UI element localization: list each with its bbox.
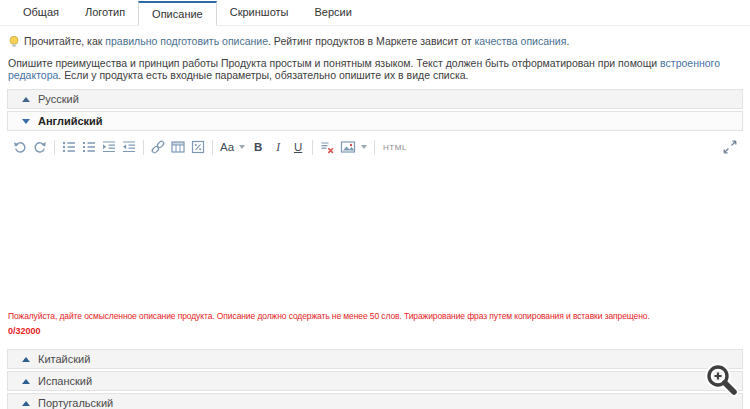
section-portuguese[interactable]: Португальский <box>7 393 743 409</box>
html-source-button[interactable]: HTML <box>383 143 407 152</box>
rich-text-editor: Aa B I U HTML Пожалуйста, дайте осмыслен… <box>0 136 750 336</box>
insert-image-dropdown[interactable] <box>337 137 370 157</box>
editor-content-area[interactable] <box>0 158 750 308</box>
unordered-list-icon[interactable] <box>59 137 79 157</box>
collapse-up-icon <box>22 97 30 102</box>
section-english[interactable]: Английский <box>7 111 743 131</box>
tab-screenshots[interactable]: Скриншоты <box>217 0 302 25</box>
fullscreen-icon[interactable] <box>720 137 740 157</box>
toolbar-separator <box>374 140 375 155</box>
toolbar-separator <box>212 140 213 155</box>
toolbar-separator <box>143 140 144 155</box>
tip-line: Прочитайте, как правильно подготовить оп… <box>8 35 742 48</box>
tab-versions[interactable]: Версии <box>301 0 364 25</box>
section-spanish[interactable]: Испанский <box>7 371 743 391</box>
link-prepare-description[interactable]: правильно подготовить описание <box>105 35 268 47</box>
underline-button[interactable]: U <box>288 137 308 157</box>
collapse-up-icon <box>22 379 30 384</box>
chevron-down-icon <box>361 145 367 149</box>
tab-bar: Общая Логотип Описание Скриншоты Версии <box>0 0 750 26</box>
section-spanish-label: Испанский <box>38 375 92 387</box>
italic-button[interactable]: I <box>268 137 288 157</box>
section-russian-label: Русский <box>38 93 79 105</box>
tip-text: Прочитайте, как правильно подготовить оп… <box>24 35 569 48</box>
tab-logo[interactable]: Логотип <box>72 0 138 25</box>
expand-down-icon <box>22 119 30 124</box>
bold-button[interactable]: B <box>248 137 268 157</box>
language-sections-top: Русский Английский <box>7 89 743 131</box>
font-style-dropdown[interactable]: Aa <box>217 137 248 157</box>
editor-toolbar: Aa B I U HTML <box>0 136 750 158</box>
intro-paragraph: Опишите преимущества и принцип работы Пр… <box>8 57 742 81</box>
clear-formatting-icon[interactable] <box>317 137 337 157</box>
collapse-up-icon <box>22 401 30 406</box>
table-icon[interactable] <box>168 137 188 157</box>
tab-description[interactable]: Описание <box>138 1 217 26</box>
toolbar-separator <box>54 140 55 155</box>
insert-variable-icon[interactable] <box>188 137 208 157</box>
undo-icon[interactable] <box>10 137 30 157</box>
toolbar-separator <box>312 140 313 155</box>
character-counter: 0/32000 <box>8 326 742 336</box>
product-description-page: Общая Логотип Описание Скриншоты Версии … <box>0 0 750 409</box>
section-english-label: Английский <box>38 115 103 127</box>
indent-icon[interactable] <box>99 137 119 157</box>
section-chinese[interactable]: Китайский <box>7 349 743 369</box>
redo-icon[interactable] <box>30 137 50 157</box>
collapse-up-icon <box>22 357 30 362</box>
ordered-list-icon[interactable] <box>79 137 99 157</box>
section-russian[interactable]: Русский <box>7 89 743 109</box>
tab-general[interactable]: Общая <box>10 0 72 25</box>
zoom-in-magnifier-icon <box>703 361 741 401</box>
description-error-message: Пожалуйста, дайте осмысленное описание п… <box>8 311 742 321</box>
outdent-icon[interactable] <box>119 137 139 157</box>
link-icon[interactable] <box>148 137 168 157</box>
chevron-down-icon <box>239 145 245 149</box>
section-portuguese-label: Португальский <box>38 397 113 409</box>
lightbulb-icon <box>8 35 20 48</box>
link-description-quality[interactable]: качества описания <box>475 35 567 47</box>
section-chinese-label: Китайский <box>38 353 90 365</box>
language-sections-bottom: Китайский Испанский Португальский <box>7 349 743 409</box>
